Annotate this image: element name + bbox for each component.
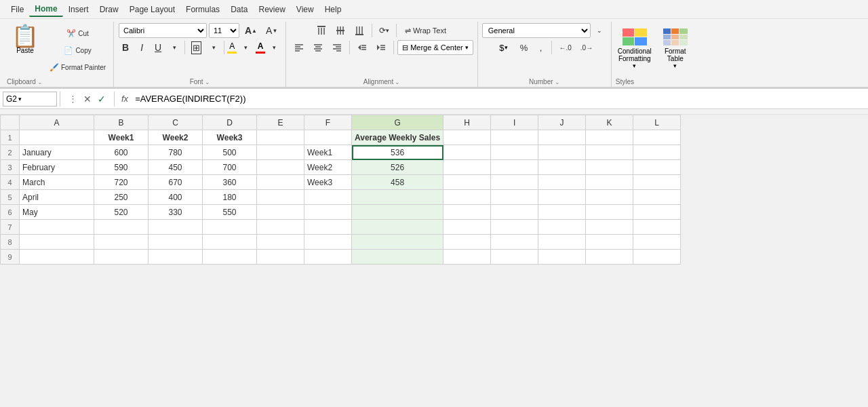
cell-H5[interactable] xyxy=(443,190,491,205)
cell-B8[interactable] xyxy=(94,235,149,250)
cell-I2[interactable] xyxy=(491,145,538,160)
cell-E2[interactable] xyxy=(257,145,304,160)
menu-help[interactable]: Help xyxy=(319,3,347,16)
align-top-button[interactable] xyxy=(313,23,330,38)
align-middle-button[interactable] xyxy=(332,23,349,38)
cell-A7[interactable] xyxy=(20,220,94,235)
cell-C5[interactable]: 400 xyxy=(149,190,203,205)
cell-D6[interactable]: 550 xyxy=(203,205,257,220)
number-expand-icon[interactable]: ⌄ xyxy=(555,79,560,85)
border-button[interactable]: ⊞ xyxy=(188,40,205,55)
indent-increase-button[interactable] xyxy=(372,40,390,55)
percent-button[interactable]: % xyxy=(516,40,531,55)
col-header-I[interactable]: I xyxy=(491,115,538,130)
align-bottom-button[interactable] xyxy=(351,23,368,38)
menu-draw[interactable]: Draw xyxy=(94,3,124,16)
cell-I3[interactable] xyxy=(491,160,538,175)
cell-F3[interactable]: Week2 xyxy=(304,160,352,175)
cell-F1[interactable] xyxy=(304,130,352,145)
cell-G3[interactable]: 526 xyxy=(352,160,443,175)
cell-L2[interactable] xyxy=(633,145,681,160)
menu-data[interactable]: Data xyxy=(225,3,253,16)
cell-F4[interactable]: Week3 xyxy=(304,175,352,190)
cell-L9[interactable] xyxy=(633,250,681,265)
paste-button[interactable]: 📋 Paste xyxy=(7,23,43,56)
copy-button[interactable]: 📄 Copy xyxy=(46,43,109,58)
align-center-button[interactable] xyxy=(309,40,327,55)
cell-L4[interactable] xyxy=(633,175,681,190)
number-format-expand[interactable]: ⌄ xyxy=(592,23,607,38)
cell-F5[interactable] xyxy=(304,190,352,205)
cell-E3[interactable] xyxy=(257,160,304,175)
cell-C1[interactable]: Week2 xyxy=(149,130,203,145)
cell-F9[interactable] xyxy=(304,250,352,265)
indent-decrease-button[interactable] xyxy=(353,40,371,55)
col-header-E[interactable]: E xyxy=(257,115,304,130)
cell-E5[interactable] xyxy=(257,190,304,205)
col-header-J[interactable]: J xyxy=(538,115,586,130)
cell-E9[interactable] xyxy=(257,250,304,265)
cell-G6[interactable] xyxy=(352,205,443,220)
fill-color-dropdown[interactable]: ▾ xyxy=(238,40,253,55)
bold-button[interactable]: B xyxy=(118,40,133,55)
menu-home[interactable]: Home xyxy=(29,2,62,17)
underline-dropdown[interactable]: ▾ xyxy=(167,40,182,55)
col-header-G[interactable]: G xyxy=(352,115,443,130)
cell-I9[interactable] xyxy=(491,250,538,265)
comma-button[interactable]: , xyxy=(533,40,548,55)
cell-D7[interactable] xyxy=(203,220,257,235)
font-color-dropdown[interactable]: ▾ xyxy=(267,40,281,55)
cell-H4[interactable] xyxy=(443,175,491,190)
cell-D1[interactable]: Week3 xyxy=(203,130,257,145)
number-format-select[interactable]: General xyxy=(482,23,591,38)
cell-C9[interactable] xyxy=(149,250,203,265)
align-right-button[interactable] xyxy=(328,40,346,55)
cell-K6[interactable] xyxy=(586,205,633,220)
cell-J9[interactable] xyxy=(538,250,586,265)
cell-L6[interactable] xyxy=(633,205,681,220)
cell-K2[interactable] xyxy=(586,145,633,160)
cell-H9[interactable] xyxy=(443,250,491,265)
alignment-expand-icon[interactable]: ⌄ xyxy=(395,79,400,85)
cell-E6[interactable] xyxy=(257,205,304,220)
cell-I1[interactable] xyxy=(491,130,538,145)
border-dropdown[interactable]: ▾ xyxy=(206,40,221,55)
cell-B3[interactable]: 590 xyxy=(94,160,149,175)
cell-J8[interactable] xyxy=(538,235,586,250)
cell-J4[interactable] xyxy=(538,175,586,190)
cell-L8[interactable] xyxy=(633,235,681,250)
format-painter-button[interactable]: 🖌️ Format Painter xyxy=(46,60,109,75)
format-table-button[interactable]: Format Table ▾ xyxy=(656,28,694,70)
formula-dots[interactable]: ⋮ xyxy=(66,92,80,105)
cell-H8[interactable] xyxy=(443,235,491,250)
cut-button[interactable]: ✂️ Cut xyxy=(46,26,109,41)
merge-center-button[interactable]: ⊟ Merge & Center ▾ xyxy=(397,40,473,55)
cell-G1[interactable]: Average Weekly Sales xyxy=(352,130,443,145)
cell-A5[interactable]: April xyxy=(20,190,94,205)
cell-G8[interactable] xyxy=(352,235,443,250)
cell-I6[interactable] xyxy=(491,205,538,220)
cell-H1[interactable] xyxy=(443,130,491,145)
cell-H7[interactable] xyxy=(443,220,491,235)
underline-button[interactable]: U xyxy=(151,40,165,55)
clipboard-expand-icon[interactable]: ⌄ xyxy=(37,79,43,85)
font-expand-icon[interactable]: ⌄ xyxy=(205,79,210,85)
menu-review[interactable]: Review xyxy=(253,3,290,16)
cell-L1[interactable] xyxy=(633,130,681,145)
cell-J1[interactable] xyxy=(538,130,586,145)
cell-C7[interactable] xyxy=(149,220,203,235)
cell-F7[interactable] xyxy=(304,220,352,235)
cell-I8[interactable] xyxy=(491,235,538,250)
cell-J6[interactable] xyxy=(538,205,586,220)
decimal-increase-button[interactable]: ←.0 xyxy=(555,40,574,55)
col-header-A[interactable]: A xyxy=(20,115,94,130)
cell-A3[interactable]: February xyxy=(20,160,94,175)
cell-H6[interactable] xyxy=(443,205,491,220)
cell-F8[interactable] xyxy=(304,235,352,250)
cell-C6[interactable]: 330 xyxy=(149,205,203,220)
cell-A1[interactable] xyxy=(20,130,94,145)
cell-A9[interactable] xyxy=(20,250,94,265)
col-header-D[interactable]: D xyxy=(203,115,257,130)
cell-I5[interactable] xyxy=(491,190,538,205)
cell-A4[interactable]: March xyxy=(20,175,94,190)
